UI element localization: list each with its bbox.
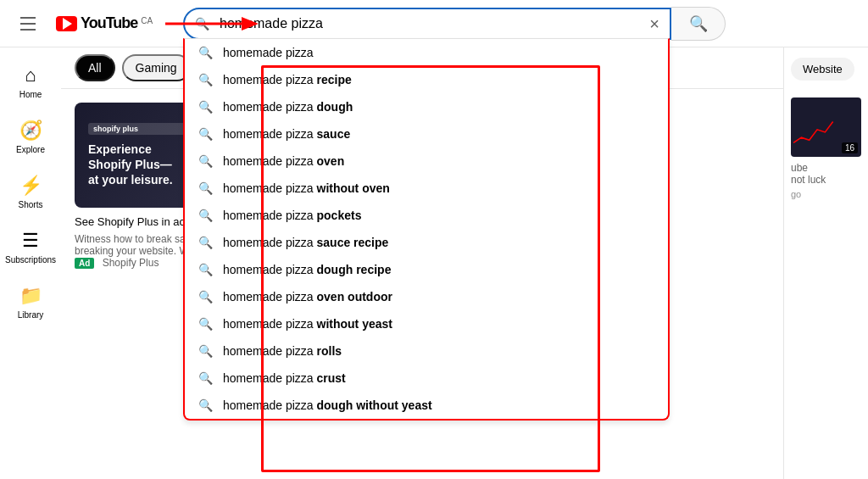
search-icon-3: 🔍 xyxy=(198,127,213,141)
autocomplete-dropdown: 🔍 homemade pizza 🔍 homemade pizza recipe… xyxy=(183,38,670,421)
autocomplete-text-1: homemade pizza recipe xyxy=(223,73,654,86)
mini-chart xyxy=(791,110,838,157)
autocomplete-item-9[interactable]: 🔍 homemade pizza oven outdoor xyxy=(185,283,668,310)
autocomplete-text-9: homemade pizza oven outdoor xyxy=(223,290,654,304)
right-column: Website 16 ube not luck go xyxy=(783,47,868,479)
youtube-logo-text: YouTube xyxy=(81,14,137,32)
search-input[interactable] xyxy=(220,9,639,38)
youtube-play-icon xyxy=(63,18,72,30)
search-icon-2: 🔍 xyxy=(198,100,213,114)
search-icon-6: 🔍 xyxy=(198,209,213,222)
search-clear-button[interactable]: × xyxy=(639,15,670,32)
home-icon: ⌂ xyxy=(25,64,36,86)
autocomplete-item-7[interactable]: 🔍 homemade pizza sauce recipe xyxy=(185,229,668,256)
sidebar-item-home-label: Home xyxy=(19,90,42,99)
sidebar-item-library-label: Library xyxy=(18,310,44,320)
filter-chip-all[interactable]: All xyxy=(75,54,115,81)
autocomplete-text-0: homemade pizza xyxy=(223,46,654,59)
right-text3: go xyxy=(791,189,861,199)
search-icon-4: 🔍 xyxy=(198,154,213,168)
header-left: YouTube CA xyxy=(14,10,183,37)
hamburger-menu[interactable] xyxy=(14,10,42,37)
right-text2: not luck xyxy=(791,174,861,186)
youtube-logo[interactable]: YouTube CA xyxy=(56,14,153,32)
sidebar-item-library[interactable]: 📁 Library xyxy=(3,275,58,326)
youtube-country: CA xyxy=(141,16,153,25)
search-icon-0: 🔍 xyxy=(198,46,213,59)
autocomplete-item-3[interactable]: 🔍 homemade pizza sauce xyxy=(185,120,668,148)
ad-badge: Ad xyxy=(75,258,94,269)
search-icon-12: 🔍 xyxy=(198,371,213,385)
autocomplete-item-13[interactable]: 🔍 homemade pizza dough without yeast xyxy=(185,392,668,419)
autocomplete-text-11: homemade pizza rolls xyxy=(223,344,654,358)
sidebar-item-subscriptions-label: Subscriptions xyxy=(5,255,56,265)
autocomplete-item-10[interactable]: 🔍 homemade pizza without yeast xyxy=(185,310,668,337)
sidebar: ⌂ Home 🧭 Explore ⚡ Shorts ☰ Subscription… xyxy=(0,47,61,479)
autocomplete-text-4: homemade pizza oven xyxy=(223,154,654,168)
youtube-logo-icon xyxy=(56,16,77,31)
autocomplete-item-11[interactable]: 🔍 homemade pizza rolls xyxy=(185,337,668,365)
autocomplete-text-10: homemade pizza without yeast xyxy=(223,317,654,331)
autocomplete-text-3: homemade pizza sauce xyxy=(223,127,654,141)
filter-chip-gaming[interactable]: Gaming xyxy=(122,54,191,81)
search-button[interactable]: 🔍 xyxy=(671,7,726,41)
right-video-thumb: 16 xyxy=(791,97,861,157)
right-text1: ube xyxy=(791,162,861,174)
sidebar-item-shorts[interactable]: ⚡ Shorts xyxy=(3,164,58,216)
autocomplete-text-5: homemade pizza without oven xyxy=(223,181,654,195)
shopify-title-line1: Experience xyxy=(88,142,152,156)
search-icon-7: 🔍 xyxy=(198,236,213,249)
sidebar-item-subscriptions[interactable]: ☰ Subscriptions xyxy=(3,220,58,271)
sidebar-item-explore[interactable]: 🧭 Explore xyxy=(3,109,58,161)
search-icon-5: 🔍 xyxy=(198,181,213,195)
sidebar-item-home[interactable]: ⌂ Home xyxy=(3,54,58,106)
shorts-icon: ⚡ xyxy=(19,175,42,197)
svg-marker-1 xyxy=(242,17,259,31)
autocomplete-item-1[interactable]: 🔍 homemade pizza recipe xyxy=(185,66,668,93)
library-icon: 📁 xyxy=(19,285,42,307)
search-icon-1: 🔍 xyxy=(198,73,213,86)
shopify-title-line2: Shopify Plus— xyxy=(88,158,172,171)
autocomplete-item-5[interactable]: 🔍 homemade pizza without oven xyxy=(185,175,668,202)
right-header: Website xyxy=(784,47,868,91)
autocomplete-text-13: homemade pizza dough without yeast xyxy=(223,398,654,412)
autocomplete-item-0[interactable]: 🔍 homemade pizza xyxy=(185,39,668,66)
search-icon-11: 🔍 xyxy=(198,344,213,358)
duration-badge: 16 xyxy=(842,142,858,153)
autocomplete-item-6[interactable]: 🔍 homemade pizza pockets xyxy=(185,202,668,229)
autocomplete-text-6: homemade pizza pockets xyxy=(223,209,654,222)
shopify-title-line3: at your leisure. xyxy=(88,173,173,187)
autocomplete-item-12[interactable]: 🔍 homemade pizza crust xyxy=(185,365,668,392)
autocomplete-text-12: homemade pizza crust xyxy=(223,371,654,385)
arrow-svg xyxy=(165,8,267,39)
explore-icon: 🧭 xyxy=(19,120,42,142)
autocomplete-item-8[interactable]: 🔍 homemade pizza dough recipe xyxy=(185,256,668,283)
right-thumb-area: 16 ube not luck go xyxy=(784,91,868,206)
sidebar-item-explore-label: Explore xyxy=(16,145,45,154)
autocomplete-text-7: homemade pizza sauce recipe xyxy=(223,236,654,249)
autocomplete-text-8: homemade pizza dough recipe xyxy=(223,263,654,276)
search-icon-8: 🔍 xyxy=(198,263,213,276)
search-icon-13: 🔍 xyxy=(198,398,213,412)
sidebar-item-shorts-label: Shorts xyxy=(19,200,43,209)
channel-name: Shopify Plus xyxy=(103,257,159,269)
autocomplete-text-2: homemade pizza dough xyxy=(223,100,654,114)
search-icon-10: 🔍 xyxy=(198,317,213,331)
search-icon-9: 🔍 xyxy=(198,290,213,304)
autocomplete-item-4[interactable]: 🔍 homemade pizza oven xyxy=(185,148,668,175)
website-button[interactable]: Website xyxy=(791,58,854,81)
subscriptions-icon: ☰ xyxy=(22,230,39,252)
header: YouTube CA 🔍 × 🔍 homemade pizza 🔍 homem xyxy=(0,0,868,47)
autocomplete-item-2[interactable]: 🔍 homemade pizza dough xyxy=(185,93,668,120)
